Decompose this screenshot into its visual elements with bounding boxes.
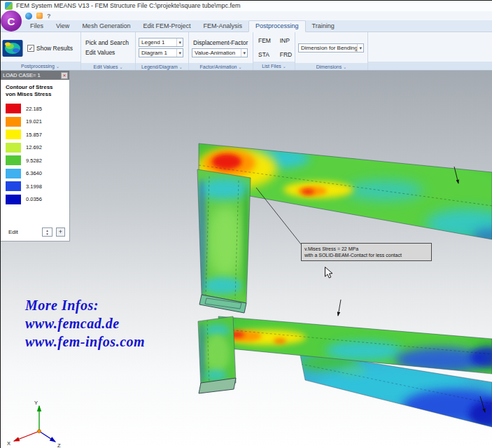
group-label-factor-animation[interactable]: Factor/Animation ⌄ [189,63,253,70]
app-icon [5,2,13,10]
legend-swatch [6,104,21,113]
spin-down-icon[interactable]: ▾ [46,232,48,236]
legend-entry: 0.0356 [6,195,69,204]
tab-view[interactable]: View [50,21,76,31]
ribbon-filler [368,32,492,70]
legend-swatch [6,195,21,204]
legend-entry: 12.692 [6,143,69,153]
chevron-down-icon: ▾ [357,44,362,52]
tab-postprocessing[interactable]: Postprocessing [248,20,306,32]
show-results-checkbox[interactable]: ✓ [27,45,34,52]
legend-panel: LOAD CASE= 1 ✕ Contour of Stress von Mis… [0,71,70,241]
watermark-line-3: www.fem-infos.com [25,332,145,351]
group-label-text: Postprocessing [21,64,55,69]
watermark-line-1: More Infos: [25,296,145,314]
dimension-select-value: Dimension for Bending [301,45,357,51]
legend-select[interactable]: Legend 1 ▾ [139,38,183,47]
axis-z-label: Z [57,442,61,448]
tool-icon[interactable] [36,13,43,19]
window-title: FEM System MEANS V13 - FEM Structure Fil… [16,2,241,9]
pick-and-search-button[interactable]: Pick and Search [84,38,132,47]
axis-x-label: X [7,440,10,447]
legend-swatch [6,117,21,127]
legend-swatch [6,155,21,165]
value-animation-select[interactable]: Value-Animation ▾ [192,48,248,57]
chevron-down-icon: ▾ [176,38,181,46]
group-label-legend-diagram[interactable]: Legend/Diagram ⌄ [136,63,188,70]
group-factor-animation: Displacement-Factor Value-Animation ▾ Fa… [189,32,253,70]
tube-lower-segment [198,316,236,388]
legend-value: 6.3640 [26,170,42,176]
legend-entries: 22.185 19.021 15.857 12.692 9.5282 6.364… [0,98,69,227]
postprocessing-preview-icon[interactable] [2,39,23,57]
group-label-text: Dimensions [316,64,342,69]
info-icon[interactable] [25,13,32,20]
edit-label: Edit [8,229,18,235]
group-legend-diagram: Legend 1 ▾ Diagram 1 ▾ Legend/Diagram ⌄ [136,32,189,70]
add-button[interactable]: + [56,227,65,237]
title-bar: FEM System MEANS V13 - FEM Structure Fil… [0,0,492,11]
legend-value: 12.692 [26,144,42,150]
chevron-down-icon: ⌄ [343,64,346,69]
show-results-label: Show Results [36,45,73,52]
help-icon[interactable]: ? [47,13,51,20]
chevron-down-icon: ▾ [176,49,181,57]
value-animation-value: Value-Animation [195,50,235,56]
tab-training[interactable]: Training [306,21,341,31]
legend-title: Contour of Stress von Mises Stress [0,80,69,98]
legend-entry: 19.021 [6,117,69,127]
legend-swatch [6,169,21,178]
legend-value: 22.185 [26,106,42,112]
ribbon: ✓ Show Results Postprocessing ⌄ Pick and… [0,32,492,71]
legend-value: 3.1998 [26,183,42,190]
group-dimensions: Dimension for Bending ▾ Dimensions ⌄ [295,32,368,70]
displacement-factor-button[interactable]: Displacement-Factor [192,38,250,47]
group-label-list-files[interactable]: List Files ⌄ [253,62,295,70]
chevron-down-icon: ▾ [241,49,246,57]
legend-entry: 15.857 [6,130,69,139]
annotation-line-2: with a SOLID-BEAM-Contact for less conta… [304,252,428,258]
group-list-files: FEM INP STA FRD List Files ⌄ [253,32,295,70]
tab-mesh-generation[interactable]: Mesh Generation [76,21,136,31]
legend-entry: 3.1998 [6,181,69,191]
legend-swatch [6,181,21,191]
chevron-down-icon: ⌄ [238,64,241,69]
group-label-dimensions[interactable]: Dimensions ⌄ [295,63,367,70]
legend-value: 19.021 [26,118,42,125]
diagram-select[interactable]: Diagram 1 ▾ [139,48,183,57]
diagram-select-value: Diagram 1 [141,50,167,56]
legend-entry: 9.5282 [6,155,69,165]
frd-file-button[interactable]: FRD [280,51,295,62]
tab-edit-fem-project[interactable]: Edit FEM-Project [136,21,197,31]
close-icon[interactable]: ✕ [61,72,68,79]
tab-fem-analysis[interactable]: FEM-Analysis [197,21,248,31]
annotation-line-1: v.Mises Stress = 22 MPa [304,246,428,252]
group-label-text: Legend/Diagram [141,64,178,69]
ribbon-tabs: Files View Mesh Generation Edit FEM-Proj… [0,20,492,32]
quick-access-toolbar: ? [0,11,492,20]
legend-select-value: Legend 1 [141,39,164,46]
group-label-text: Edit Values [94,64,118,69]
group-edit-values: Pick and Search Edit Values Edit Values … [81,32,136,70]
watermark-text: More Infos: www.femcad.de www.fem-infos.… [25,296,145,351]
tube-vertical [197,169,251,303]
group-label-edit-values[interactable]: Edit Values ⌄ [81,63,135,70]
inp-file-button[interactable]: INP [280,37,295,48]
app-logo-overlay: C [1,10,22,31]
annotation-box: v.Mises Stress = 22 MPa with a SOLID-BEA… [301,243,432,261]
legend-value: 9.5282 [26,158,42,164]
load-case-header[interactable]: LOAD CASE= 1 ✕ [0,71,69,80]
edit-values-button[interactable]: Edit Values [84,48,132,57]
legend-spinner[interactable]: ▴ ▾ [42,227,52,237]
chevron-down-icon: ⌄ [56,64,59,69]
chevron-down-icon: ⌄ [179,64,183,69]
group-label-postprocessing[interactable]: Postprocessing ⌄ [0,62,80,70]
legend-swatch [6,143,21,153]
group-label-text: List Files [262,64,281,69]
fem-file-button[interactable]: FEM [258,37,274,48]
sta-file-button[interactable]: STA [258,51,274,62]
axis-y-label: Y [34,400,38,406]
tab-files[interactable]: Files [24,21,50,31]
dimension-select[interactable]: Dimension for Bending ▾ [298,43,364,52]
chevron-down-icon: ⌄ [283,64,286,69]
